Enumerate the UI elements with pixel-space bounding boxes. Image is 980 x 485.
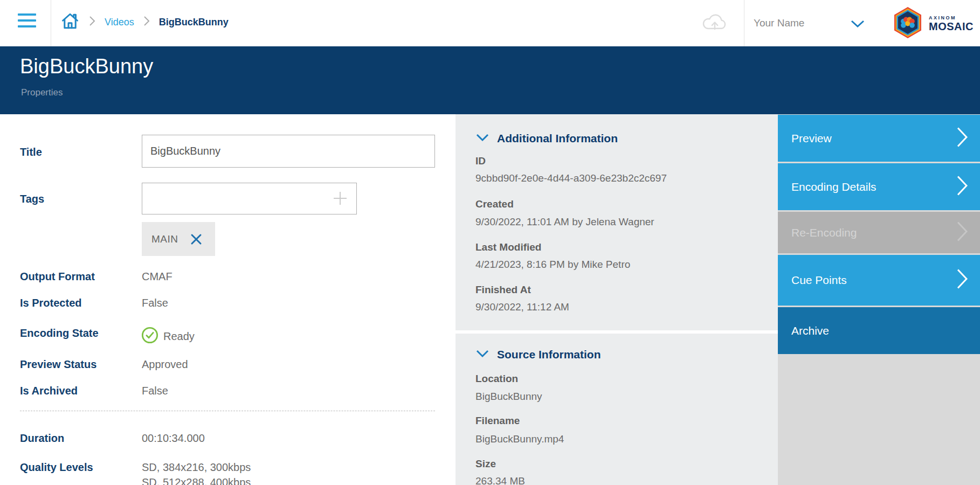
created-label: Created [475,198,514,210]
breadcrumb-separator-icon [88,16,96,29]
finished-at-value: 9/30/2022, 11:12 AM [475,301,569,313]
brand-name-bottom: MOSAIC [929,20,974,33]
size-value: 263.34 MB [475,475,525,485]
encoding-details-button[interactable]: Encoding Details [778,163,980,210]
last-modified-value: 4/21/2023, 8:16 PM by Mike Petro [475,259,630,271]
is-protected-value: False [142,297,168,309]
chevron-down-icon [851,20,865,30]
location-label: Location [475,373,518,385]
add-tag-icon[interactable] [332,190,348,206]
tags-input[interactable] [142,183,357,214]
re-encoding-button: Re-Encoding [778,212,980,253]
source-information-card: Source Information Location BigBuckBunny… [456,334,778,485]
tag-chip-main: MAIN [142,222,215,256]
encoding-details-button-label: Encoding Details [791,181,877,193]
title-field-label: Title [20,146,42,158]
is-archived-value: False [142,385,168,397]
tag-chip-label: MAIN [151,233,178,245]
section-title: Source Information [497,348,601,361]
preview-status-value: Approved [142,358,188,371]
title-input[interactable] [142,135,435,168]
breadcrumb: Videos BigBuckBunny [60,11,330,33]
size-label: Size [475,458,496,470]
quality-levels-label: Quality Levels [20,461,93,474]
chevron-right-icon [956,220,968,245]
archive-button[interactable]: Archive [778,307,980,354]
source-information-header[interactable]: Source Information [476,348,601,361]
chevron-right-icon [956,126,968,150]
output-format-label: Output Format [20,271,95,283]
filename-value: BigBuckBunny.mp4 [475,433,564,445]
duration-value: 00:10:34.000 [142,432,205,445]
chevron-right-icon [956,175,968,199]
check-circle-icon [141,327,158,346]
cue-points-button[interactable]: Cue Points [778,255,980,306]
brand-name-top: AXINOM [929,15,974,20]
finished-at-label: Finished At [475,284,531,296]
preview-status-label: Preview Status [20,358,96,371]
mosaic-hexagon-icon [892,7,923,40]
page-title: BigBuckBunny [20,55,153,78]
duration-label: Duration [20,432,64,445]
chevron-right-icon [956,268,968,293]
is-protected-label: Is Protected [20,297,81,309]
top-bar: Videos BigBuckBunny Your Name [0,0,980,46]
page-header: BigBuckBunny Properties [0,46,980,114]
breadcrumb-link-videos[interactable]: Videos [105,17,134,28]
id-value: 9cbbd90f-2e0e-4d44-a309-6e23b2c2c697 [475,172,667,184]
cue-points-button-label: Cue Points [791,274,847,287]
additional-information-header[interactable]: Additional Information [476,132,618,145]
filename-label: Filename [475,415,520,427]
brand-logo[interactable]: AXINOM MOSAIC [892,8,978,40]
breadcrumb-separator-icon [143,16,150,29]
hamburger-menu-icon[interactable] [18,13,36,31]
home-icon[interactable] [60,11,80,33]
last-modified-label: Last Modified [475,241,541,253]
app-window: Videos BigBuckBunny Your Name [0,0,980,485]
quality-level-value: SD, 512x288, 400kbps [142,476,251,485]
location-value: BigBuckBunny [475,391,542,403]
form-divider [20,411,435,411]
breadcrumb-current: BigBuckBunny [159,17,229,28]
topbar-divider [744,0,744,46]
chevron-down-icon [476,134,489,144]
additional-information-card: Additional Information ID 9cbbd90f-2e0e-… [456,114,778,330]
encoding-state-value: Ready [163,330,195,343]
is-archived-label: Is Archived [20,385,78,397]
tags-field-label: Tags [20,193,44,205]
quality-level-value: SD, 384x216, 300kbps [142,461,251,474]
section-title: Additional Information [497,132,618,145]
archive-button-label: Archive [791,324,829,337]
topbar-divider [51,0,51,46]
user-name: Your Name [754,17,804,29]
re-encoding-button-label: Re-Encoding [791,226,857,239]
preview-button[interactable]: Preview [778,115,980,162]
chevron-down-icon [476,350,489,360]
encoding-state-label: Encoding State [20,327,99,340]
id-label: ID [475,155,486,167]
user-menu[interactable]: Your Name [754,0,872,46]
page-subtitle: Properties [21,87,63,98]
properties-form: Title Tags MAIN Output Format CMAF Is Pr… [0,114,456,485]
created-value: 9/30/2022, 11:01 AM by Jelena Wagner [475,216,654,228]
upload-cloud-icon[interactable] [701,11,729,33]
preview-button-label: Preview [791,132,832,145]
output-format-value: CMAF [142,271,172,283]
remove-tag-icon[interactable] [190,233,202,245]
